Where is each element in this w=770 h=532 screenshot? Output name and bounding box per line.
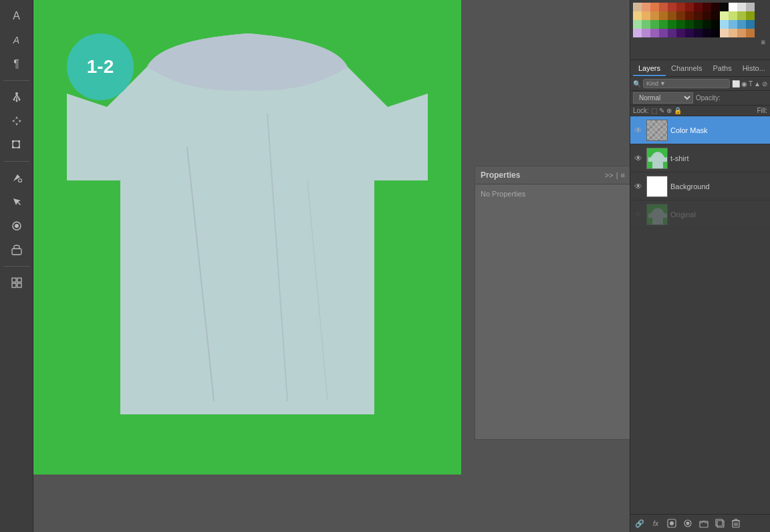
swatch[interactable]	[746, 29, 755, 37]
add-mask-icon[interactable]	[665, 517, 678, 530]
swatch[interactable]	[685, 29, 694, 37]
swatch[interactable]	[729, 29, 737, 37]
swatch[interactable]	[702, 3, 711, 11]
transform-tool-icon[interactable]	[6, 134, 27, 156]
layers-tab[interactable]: Layers	[633, 61, 666, 76]
eye-visibility-color-mask[interactable]: 👁	[633, 125, 644, 136]
swatch[interactable]	[659, 29, 668, 37]
swatch[interactable]	[711, 11, 720, 20]
swatch[interactable]	[676, 3, 685, 11]
link-layers-icon[interactable]: 🔗	[633, 517, 646, 530]
swatch[interactable]	[650, 11, 659, 20]
type-tool-icon[interactable]: A	[6, 5, 27, 27]
swatch[interactable]	[729, 11, 737, 20]
swatch[interactable]	[659, 11, 668, 20]
adjust-filter-icon[interactable]: ◉	[741, 80, 747, 88]
swatch[interactable]	[694, 29, 702, 37]
move-tool-icon[interactable]	[6, 110, 27, 132]
swatch[interactable]	[685, 11, 694, 20]
eye-visibility-original[interactable]: 👁	[633, 209, 644, 220]
paths-tab[interactable]: Paths	[708, 61, 737, 76]
grid-tool-icon[interactable]	[6, 272, 27, 293]
layer-item-color-mask[interactable]: 👁 Color Mask	[630, 116, 770, 144]
swatch[interactable]	[668, 20, 676, 29]
swatch[interactable]	[668, 11, 676, 20]
swatch[interactable]	[642, 29, 650, 37]
smart-filter-icon[interactable]: ⊘	[762, 80, 767, 88]
properties-menu-btn[interactable]: ≡	[621, 171, 625, 179]
history-brush-icon[interactable]	[6, 239, 27, 261]
swatch[interactable]	[642, 3, 650, 11]
swatch[interactable]	[720, 11, 729, 20]
swatch[interactable]	[729, 3, 737, 11]
swatch[interactable]	[737, 20, 746, 29]
swatch[interactable]	[702, 11, 711, 20]
properties-expand-btn[interactable]: >>	[605, 171, 614, 179]
lock-position-icon[interactable]: ✎	[659, 107, 664, 114]
new-fill-layer-icon[interactable]	[681, 517, 694, 530]
swatch[interactable]	[633, 3, 642, 11]
swatch[interactable]	[676, 20, 685, 29]
swatch[interactable]	[633, 11, 642, 20]
swatch[interactable]	[711, 3, 720, 11]
swatch[interactable]	[720, 20, 729, 29]
swatch[interactable]	[702, 20, 711, 29]
type-italic-tool-icon[interactable]: A	[6, 29, 27, 51]
swatch[interactable]	[737, 11, 746, 20]
new-layer-icon[interactable]	[713, 517, 727, 530]
lock-all-icon[interactable]: 🔒	[674, 107, 682, 114]
fx-icon[interactable]: fx	[649, 517, 662, 530]
pixel-filter-icon[interactable]: ⬜	[732, 80, 740, 88]
kind-dropdown-arrow[interactable]: ▼	[660, 80, 666, 87]
swatch[interactable]	[676, 29, 685, 37]
blend-mode-select[interactable]: Normal	[633, 92, 693, 104]
eye-visibility-tshirt[interactable]: 👁	[633, 153, 644, 164]
lock-artboard-icon[interactable]: ⊕	[666, 107, 672, 114]
swatch[interactable]	[650, 20, 659, 29]
layer-item-original[interactable]: 👁 Original	[630, 201, 770, 229]
swatch[interactable]	[737, 29, 746, 37]
swatch[interactable]	[746, 20, 755, 29]
selection-tool-icon[interactable]	[6, 191, 27, 213]
swatch[interactable]	[676, 11, 685, 20]
type-filter-icon[interactable]: T	[749, 80, 753, 88]
layer-item-background[interactable]: 👁 Background	[630, 172, 770, 201]
paragraph-tool-icon[interactable]: ¶	[6, 53, 27, 75]
swatch[interactable]	[729, 20, 737, 29]
swatch[interactable]	[650, 3, 659, 11]
swatch[interactable]	[659, 3, 668, 11]
swatch[interactable]	[633, 29, 642, 37]
swatch[interactable]	[694, 11, 702, 20]
swatch[interactable]	[746, 11, 755, 20]
swatch[interactable]	[737, 3, 746, 11]
swatch[interactable]	[694, 3, 702, 11]
swatch[interactable]	[720, 29, 729, 37]
swatch[interactable]	[720, 3, 729, 11]
history-tab[interactable]: Histo...	[737, 61, 770, 76]
swatch[interactable]	[685, 3, 694, 11]
swatch[interactable]	[659, 20, 668, 29]
swatch[interactable]	[633, 20, 642, 29]
swatch[interactable]	[711, 20, 720, 29]
swatch[interactable]	[642, 20, 650, 29]
swatch[interactable]	[746, 3, 755, 11]
puppet-tool-icon[interactable]	[6, 86, 27, 108]
mask-layer-icon[interactable]	[6, 215, 27, 237]
swatch[interactable]	[650, 29, 659, 37]
eye-visibility-background[interactable]: 👁	[633, 181, 644, 192]
swatch[interactable]	[642, 11, 650, 20]
swatch[interactable]	[702, 29, 711, 37]
channels-tab[interactable]: Channels	[666, 61, 707, 76]
swatch[interactable]	[668, 29, 676, 37]
swatch[interactable]	[668, 3, 676, 11]
swatch[interactable]	[694, 20, 702, 29]
swatches-menu-icon[interactable]: ≡	[759, 37, 767, 47]
swatch[interactable]	[685, 20, 694, 29]
lock-pixels-icon[interactable]: ⬚	[651, 107, 657, 114]
layer-item-tshirt[interactable]: 👁 t-shirt	[630, 144, 770, 172]
paintbucket-tool-icon[interactable]	[6, 167, 27, 188]
shape-filter-icon[interactable]: ▲	[754, 80, 761, 88]
delete-layer-icon[interactable]	[729, 517, 743, 530]
swatch[interactable]	[711, 29, 720, 37]
new-group-icon[interactable]	[697, 517, 711, 530]
